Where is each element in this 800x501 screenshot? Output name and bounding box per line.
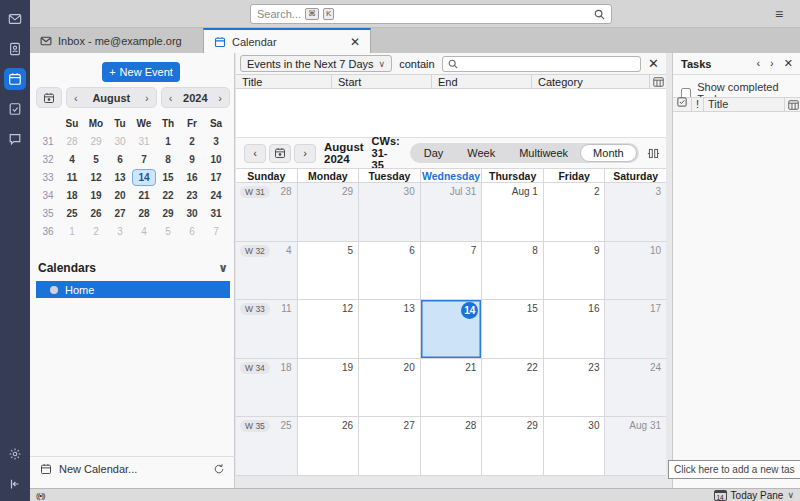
today-button[interactable] [269, 144, 291, 163]
day-cell[interactable]: 22 [482, 359, 544, 417]
day-cell[interactable]: 6 [359, 242, 421, 300]
minical-day-cell[interactable]: 2 [84, 223, 108, 240]
new-calendar-button[interactable]: New Calendar... [30, 456, 235, 480]
minical-day-cell[interactable]: 22 [156, 187, 180, 204]
close-tab-icon[interactable]: ✕ [350, 35, 360, 49]
day-cell[interactable]: Aug 1 [482, 183, 544, 241]
task-title-column[interactable]: Title [704, 97, 785, 112]
tab-calendar[interactable]: Calendar ✕ [203, 28, 371, 53]
today-pane-toggle[interactable]: 14 Today Pane ∨ [714, 490, 794, 501]
day-cell[interactable]: 14 [421, 300, 483, 358]
day-cell[interactable]: W 3418 [236, 359, 298, 417]
minical-day-cell[interactable]: 28 [60, 133, 84, 150]
tasks-close-icon[interactable]: ✕ [784, 57, 793, 70]
view-tab-multiweek[interactable]: Multiweek [507, 143, 580, 163]
day-cell[interactable]: 9 [544, 242, 606, 300]
minical-day-cell[interactable]: 31 [204, 205, 228, 222]
minical-today-icon[interactable] [36, 87, 62, 108]
calendar-list-item-home[interactable]: Home [36, 281, 230, 298]
minical-day-cell[interactable]: 11 [60, 169, 84, 186]
day-cell[interactable]: 2 [544, 183, 606, 241]
address-book-icon[interactable] [4, 38, 26, 60]
minical-day-cell[interactable]: 7 [132, 151, 156, 168]
minical-day-cell[interactable]: 9 [180, 151, 204, 168]
close-filter-icon[interactable]: ✕ [648, 56, 662, 71]
day-cell[interactable]: 15 [482, 300, 544, 358]
calendar-space-icon[interactable] [4, 68, 26, 90]
next-year-icon[interactable]: › [218, 92, 222, 104]
day-cell[interactable]: 24 [605, 359, 666, 417]
day-cell[interactable]: Aug 31 [605, 417, 666, 475]
collapse-rail-icon[interactable] [4, 473, 26, 495]
day-cell[interactable]: 13 [359, 300, 421, 358]
next-month-icon[interactable]: › [145, 92, 149, 104]
minical-day-cell[interactable]: 4 [132, 223, 156, 240]
minical-day-cell[interactable]: 15 [156, 169, 180, 186]
column-picker-icon[interactable] [650, 75, 666, 88]
tasks-prev-icon[interactable]: ‹ [756, 57, 760, 70]
add-task-input[interactable] [668, 460, 800, 479]
day-cell[interactable]: W 324 [236, 242, 298, 300]
day-cell[interactable]: 20 [359, 359, 421, 417]
minical-day-cell[interactable]: 3 [204, 133, 228, 150]
minical-day-cell[interactable]: 6 [180, 223, 204, 240]
day-cell[interactable]: 21 [421, 359, 483, 417]
minical-day-cell[interactable]: 27 [108, 205, 132, 222]
minical-day-cell[interactable]: 2 [180, 133, 204, 150]
tab-inbox[interactable]: Inbox - me@example.org [30, 28, 202, 53]
global-search-input[interactable]: Search... ⌘ K [250, 4, 612, 24]
minical-day-cell[interactable]: 5 [84, 151, 108, 168]
chevron-down-icon[interactable]: ∨ [218, 261, 228, 275]
day-cell[interactable]: 12 [298, 300, 360, 358]
day-cell[interactable]: 28 [421, 417, 483, 475]
task-completed-column-icon[interactable] [673, 97, 692, 112]
task-priority-column[interactable]: ! [692, 97, 704, 112]
view-tab-day[interactable]: Day [412, 143, 456, 163]
minical-day-cell[interactable]: 1 [156, 133, 180, 150]
day-cell[interactable]: 3 [605, 183, 666, 241]
minical-day-cell[interactable]: 14 [132, 169, 156, 186]
minical-day-cell[interactable]: 3 [108, 223, 132, 240]
view-tab-week[interactable]: Week [455, 143, 507, 163]
view-tab-month[interactable]: Month [580, 144, 637, 162]
tasks-space-icon[interactable] [4, 98, 26, 120]
column-picker-icon[interactable] [785, 100, 800, 110]
day-cell[interactable]: 30 [544, 417, 606, 475]
minical-day-cell[interactable]: 25 [60, 205, 84, 222]
minical-day-cell[interactable]: 26 [84, 205, 108, 222]
minical-day-cell[interactable]: 30 [108, 133, 132, 150]
day-cell[interactable]: W 3128 [236, 183, 298, 241]
minical-day-cell[interactable]: 1 [60, 223, 84, 240]
prev-month-icon[interactable]: ‹ [74, 92, 78, 104]
minical-day-cell[interactable]: 23 [180, 187, 204, 204]
day-cell[interactable]: 23 [544, 359, 606, 417]
day-cell[interactable]: 10 [605, 242, 666, 300]
day-cell[interactable]: W 3525 [236, 417, 298, 475]
minical-day-cell[interactable]: 31 [132, 133, 156, 150]
minical-day-cell[interactable]: 21 [132, 187, 156, 204]
minical-day-cell[interactable]: 4 [60, 151, 84, 168]
app-menu-icon[interactable]: ≡ [770, 6, 788, 22]
event-list-column-end[interactable]: End [432, 75, 532, 88]
day-cell[interactable]: 8 [482, 242, 544, 300]
minical-day-cell[interactable]: 5 [156, 223, 180, 240]
minical-day-cell[interactable]: 24 [204, 187, 228, 204]
day-cell[interactable]: W 3311 [236, 300, 298, 358]
minical-day-cell[interactable]: 6 [108, 151, 132, 168]
minical-day-cell[interactable]: 19 [84, 187, 108, 204]
day-cell[interactable]: 30 [359, 183, 421, 241]
minical-day-cell[interactable]: 8 [156, 151, 180, 168]
rotate-view-icon[interactable] [647, 147, 660, 160]
minical-day-cell[interactable]: 29 [156, 205, 180, 222]
minical-day-cell[interactable]: 12 [84, 169, 108, 186]
day-cell[interactable]: 29 [298, 183, 360, 241]
minical-day-cell[interactable]: 7 [204, 223, 228, 240]
event-list-column-start[interactable]: Start [332, 75, 432, 88]
minical-day-cell[interactable]: 29 [84, 133, 108, 150]
chat-icon[interactable] [4, 128, 26, 150]
minical-day-cell[interactable]: 10 [204, 151, 228, 168]
minical-day-cell[interactable]: 17 [204, 169, 228, 186]
day-cell[interactable]: 26 [298, 417, 360, 475]
minical-day-cell[interactable]: 18 [60, 187, 84, 204]
minical-day-cell[interactable]: 13 [108, 169, 132, 186]
